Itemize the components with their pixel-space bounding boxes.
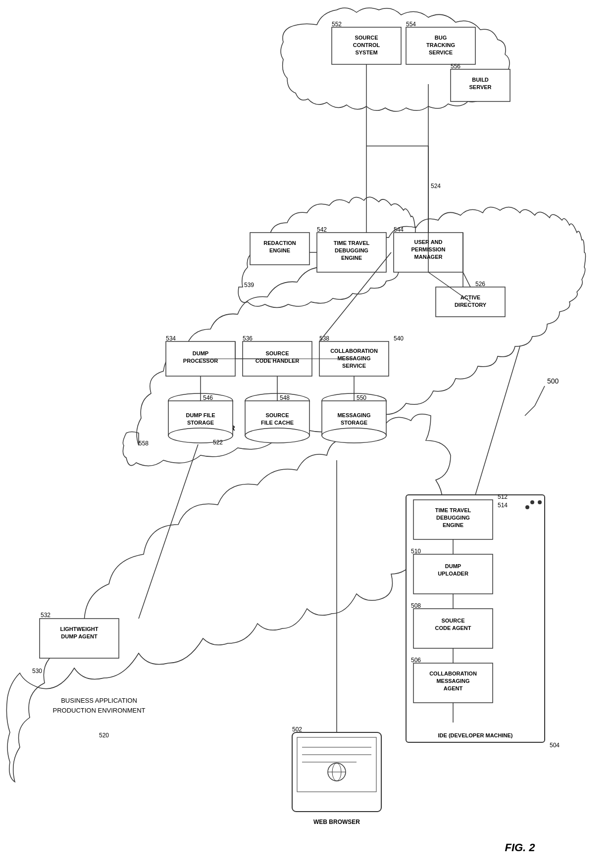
dump-uploader-box: DUMP UPLOADER: [413, 554, 493, 594]
svg-text:SERVICE: SERVICE: [429, 49, 453, 55]
svg-text:UPLOADER: UPLOADER: [438, 571, 468, 577]
ref-536: 536: [243, 335, 253, 342]
ref-502: 502: [292, 726, 302, 733]
collaboration-messaging-agent-box: COLLABORATION MESSAGING AGENT: [413, 663, 493, 703]
svg-text:ENGINE: ENGINE: [443, 522, 463, 528]
bug-tracking-service-box: BUG TRACKING SERVICE: [406, 27, 475, 64]
svg-text:SERVER: SERVER: [469, 84, 491, 90]
svg-text:FILE CACHE: FILE CACHE: [261, 420, 294, 426]
svg-point-17: [538, 500, 542, 504]
svg-text:AGENT: AGENT: [444, 685, 463, 691]
svg-text:DUMP FILE: DUMP FILE: [186, 412, 215, 418]
ref-550: 550: [357, 394, 366, 401]
ref-544: 544: [394, 226, 404, 233]
svg-text:TIME TRAVEL: TIME TRAVEL: [435, 507, 471, 513]
ref-508: 508: [411, 602, 421, 609]
svg-text:MESSAGING: MESSAGING: [436, 678, 469, 684]
ref-530: 530: [32, 668, 42, 675]
svg-text:REDACTION: REDACTION: [263, 240, 296, 246]
svg-text:ENGINE: ENGINE: [269, 247, 290, 253]
ref-534-dump: 534: [166, 335, 176, 342]
ref-532: 532: [41, 612, 51, 619]
svg-point-67: [322, 428, 386, 443]
svg-text:CONTROL: CONTROL: [353, 42, 380, 48]
ref-522: 522: [213, 439, 223, 446]
svg-text:IDE (DEVELOPER MACHINE): IDE (DEVELOPER MACHINE): [438, 732, 513, 738]
svg-text:SOURCE: SOURCE: [441, 618, 464, 624]
ref-546: 546: [203, 394, 213, 401]
ref-520: 520: [99, 732, 109, 739]
svg-text:DEBUGGING: DEBUGGING: [335, 247, 368, 253]
redaction-engine-box: REDACTION ENGINE: [250, 233, 309, 265]
svg-text:COLLABORATION: COLLABORATION: [330, 348, 378, 354]
ref-526: 526: [475, 281, 485, 288]
svg-text:MESSAGING: MESSAGING: [337, 412, 370, 418]
svg-text:BUILD: BUILD: [472, 77, 489, 83]
svg-point-62: [245, 428, 309, 443]
time-travel-debugging-engine-cloud-box: TIME TRAVEL DEBUGGING ENGINE: [317, 233, 386, 272]
ref-510: 510: [411, 548, 421, 555]
svg-text:COLLABORATION: COLLABORATION: [429, 671, 477, 676]
lightweight-dump-agent-box: LIGHTWEIGHT DUMP AGENT: [40, 619, 119, 658]
svg-text:LIGHTWEIGHT: LIGHTWEIGHT: [60, 626, 99, 632]
ref-524: 524: [431, 183, 441, 190]
svg-text:BUSINESS APPLICATION: BUSINESS APPLICATION: [61, 697, 137, 704]
svg-text:SOURCE: SOURCE: [265, 350, 289, 356]
svg-point-16: [530, 500, 534, 504]
ref-540: 540: [394, 335, 404, 342]
time-travel-debugging-engine-dev-box: TIME TRAVEL DEBUGGING ENGINE: [413, 500, 493, 539]
svg-text:SOURCE: SOURCE: [355, 35, 378, 41]
svg-text:BUG: BUG: [435, 35, 447, 41]
svg-text:TIME TRAVEL: TIME TRAVEL: [334, 240, 370, 246]
ref-558: 558: [139, 440, 149, 447]
ref-539: 539: [244, 282, 254, 289]
svg-text:DIRECTORY: DIRECTORY: [455, 302, 487, 308]
ref-554: 554: [406, 21, 416, 28]
svg-text:PRODUCTION ENVIRONMENT: PRODUCTION ENVIRONMENT: [52, 707, 145, 714]
ref-538: 538: [319, 335, 329, 342]
svg-text:STORAGE: STORAGE: [341, 420, 367, 426]
svg-text:TRACKING: TRACKING: [426, 42, 455, 48]
ref-504: 504: [550, 742, 560, 749]
svg-text:DUMP: DUMP: [445, 563, 461, 569]
svg-text:DEBUGGING: DEBUGGING: [436, 515, 470, 521]
ref-542: 542: [317, 226, 327, 233]
source-control-system-box: SOURCE CONTROL SYSTEM: [332, 27, 401, 64]
ref-548: 548: [280, 394, 290, 401]
svg-text:DUMP AGENT: DUMP AGENT: [61, 633, 98, 639]
fig-label: FIG. 2: [505, 841, 535, 854]
svg-text:WEB BROWSER: WEB BROWSER: [313, 819, 360, 825]
ref-556: 556: [451, 63, 460, 70]
svg-text:DUMP: DUMP: [193, 350, 208, 356]
svg-point-57: [168, 428, 233, 443]
ref-514: 514: [498, 502, 508, 509]
svg-text:MESSAGING: MESSAGING: [337, 355, 370, 361]
svg-text:SYSTEM: SYSTEM: [355, 49, 377, 55]
svg-text:STORAGE: STORAGE: [187, 420, 214, 426]
ref-500: 500: [547, 377, 559, 385]
source-code-agent-box: SOURCE CODE AGENT: [413, 609, 493, 648]
ref-552: 552: [332, 21, 342, 28]
svg-text:ENGINE: ENGINE: [341, 255, 362, 261]
svg-text:SERVICE: SERVICE: [342, 363, 366, 369]
svg-text:ACTIVE: ACTIVE: [460, 294, 480, 300]
build-server-box: BUILD SERVER: [451, 69, 510, 101]
svg-rect-7: [297, 737, 376, 792]
svg-text:CODE AGENT: CODE AGENT: [435, 625, 471, 631]
svg-point-18: [525, 505, 529, 509]
diagram-container: BUSINESS APPLICATION PRODUCTION ENVIRONM…: [0, 0, 614, 868]
web-browser-device: WEB BROWSER: [292, 732, 381, 825]
ref-512: 512: [498, 493, 508, 500]
svg-text:SOURCE: SOURCE: [265, 412, 289, 418]
ref-506: 506: [411, 657, 421, 664]
